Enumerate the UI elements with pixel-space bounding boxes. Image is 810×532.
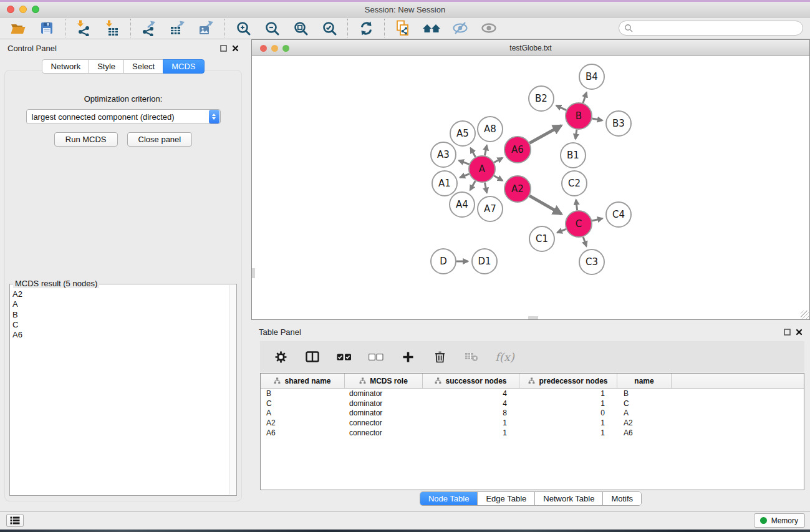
open-session-button[interactable]	[9, 19, 27, 37]
maximize-window-button[interactable]	[32, 6, 39, 13]
edge-C-C4[interactable]	[592, 218, 602, 221]
minimize-network-button[interactable]	[271, 45, 278, 52]
tab-node-table[interactable]: Node Table	[420, 492, 478, 505]
delete-column-button[interactable]	[432, 349, 448, 365]
edge-B-B3[interactable]	[592, 118, 602, 120]
resize-grip-icon[interactable]	[801, 311, 809, 319]
result-item[interactable]: C	[12, 320, 228, 330]
import-table-button[interactable]	[103, 19, 122, 37]
node-C4[interactable]: C4	[606, 202, 631, 227]
node-D[interactable]: D	[431, 249, 456, 274]
table-row[interactable]: Cdominator41C	[261, 399, 804, 409]
first-neighbors-button[interactable]	[422, 19, 441, 37]
select-all-rows-button[interactable]	[336, 349, 352, 365]
close-table-panel-button[interactable]	[796, 329, 803, 336]
table-row[interactable]: Bdominator41B	[261, 389, 804, 399]
float-table-panel-button[interactable]	[784, 329, 791, 336]
node-B2[interactable]: B2	[529, 86, 554, 111]
node-B1[interactable]: B1	[561, 143, 586, 168]
zoom-out-button[interactable]	[263, 19, 281, 37]
node-C2[interactable]: C2	[562, 171, 587, 196]
edge-A-A4[interactable]	[470, 181, 475, 190]
column-visibility-button[interactable]	[304, 349, 321, 365]
maximize-network-button[interactable]	[282, 45, 289, 52]
result-item[interactable]: A	[12, 299, 228, 309]
tab-network[interactable]: Network	[42, 59, 89, 74]
tab-select[interactable]: Select	[123, 59, 163, 74]
node-C[interactable]: C	[566, 211, 592, 237]
node-A3[interactable]: A3	[431, 142, 456, 167]
result-item[interactable]: A6	[12, 330, 228, 340]
edge-B-B2[interactable]	[556, 105, 566, 110]
edge-C-C3[interactable]	[583, 237, 586, 246]
zoom-fit-button[interactable]	[291, 19, 310, 37]
node-A4[interactable]: A4	[450, 192, 475, 217]
network-canvas[interactable]: B4B2BB3B1A5A8A6A3AA1A2C2A4A7C4CC1C3DD1	[252, 57, 809, 319]
save-session-button[interactable]	[37, 19, 56, 37]
network-graph[interactable]: B4B2BB3B1A5A8A6A3AA1A2C2A4A7C4CC1C3DD1	[252, 57, 809, 319]
tab-style[interactable]: Style	[89, 59, 124, 74]
node-A2[interactable]: A2	[504, 176, 531, 202]
result-item[interactable]: B	[12, 310, 228, 320]
edge-B-B4[interactable]	[583, 92, 587, 103]
search-input[interactable]	[633, 23, 798, 34]
node-B3[interactable]: B3	[606, 111, 631, 136]
close-network-button[interactable]	[260, 45, 267, 52]
delete-table-button[interactable]	[463, 349, 480, 365]
show-all-button[interactable]	[480, 19, 498, 37]
clone-network-button[interactable]	[393, 19, 412, 37]
node-A8[interactable]: A8	[478, 117, 503, 142]
column-header-predecessor-nodes[interactable]: predecessor nodes	[519, 374, 617, 388]
edge-B-B1[interactable]	[576, 130, 577, 139]
edge-A2-C[interactable]	[529, 196, 561, 214]
node-A6[interactable]: A6	[504, 137, 531, 163]
vertical-scrollbar-thumb[interactable]	[252, 268, 255, 278]
add-column-button[interactable]	[400, 349, 416, 365]
result-scrollbar[interactable]	[229, 285, 236, 495]
close-panel-action-button[interactable]: Close panel	[127, 132, 193, 147]
table-row[interactable]: A6connector11A6	[261, 428, 804, 438]
node-B[interactable]: B	[566, 103, 592, 129]
tab-edge-table[interactable]: Edge Table	[478, 492, 535, 505]
column-header-shared-name[interactable]: shared name	[261, 374, 345, 388]
task-history-button[interactable]	[6, 514, 24, 527]
hide-selected-button[interactable]	[451, 19, 470, 37]
column-header-mcds-role[interactable]: MCDS role	[345, 374, 423, 388]
zoom-selected-button[interactable]	[320, 19, 339, 37]
node-C1[interactable]: C1	[529, 226, 554, 251]
tab-mcds[interactable]: MCDS	[163, 59, 204, 74]
edge-C-C2[interactable]	[576, 200, 577, 210]
edge-C-C1[interactable]	[557, 229, 566, 233]
edge-A6-B[interactable]	[529, 125, 561, 143]
memory-button[interactable]: Memory	[754, 513, 805, 528]
deselect-all-rows-button[interactable]	[368, 349, 384, 365]
refresh-button[interactable]	[357, 19, 375, 37]
node-C3[interactable]: C3	[579, 249, 604, 274]
edge-A-A3[interactable]	[459, 160, 470, 164]
export-image-button[interactable]	[197, 19, 216, 37]
run-mcds-button[interactable]: Run MCDS	[54, 132, 118, 147]
edge-A-A6[interactable]	[494, 158, 503, 162]
function-builder-button[interactable]: f(x)	[495, 349, 514, 365]
edge-A-A1[interactable]	[460, 174, 470, 178]
node-A5[interactable]: A5	[450, 121, 475, 146]
table-settings-button[interactable]	[272, 349, 289, 365]
search-box[interactable]	[619, 21, 803, 36]
column-header-name[interactable]: name	[617, 374, 672, 388]
node-D1[interactable]: D1	[472, 249, 497, 274]
node-A7[interactable]: A7	[478, 196, 503, 221]
zoom-in-button[interactable]	[234, 19, 253, 37]
minimize-window-button[interactable]	[19, 6, 27, 13]
export-network-button[interactable]	[140, 19, 158, 37]
import-network-button[interactable]	[74, 19, 93, 37]
optimization-criterion-dropdown[interactable]: largest connected component (directed)	[26, 109, 221, 124]
column-header-successor-nodes[interactable]: successor nodes	[423, 374, 519, 388]
tab-network-table[interactable]: Network Table	[535, 492, 603, 505]
edge-A-A7[interactable]	[485, 183, 486, 193]
float-panel-button[interactable]	[220, 45, 227, 52]
horizontal-scrollbar-thumb[interactable]	[528, 316, 538, 319]
node-B4[interactable]: B4	[579, 64, 604, 89]
node-A[interactable]: A	[469, 156, 495, 182]
edge-A-A8[interactable]	[485, 145, 486, 155]
edge-A-A2[interactable]	[494, 176, 503, 181]
